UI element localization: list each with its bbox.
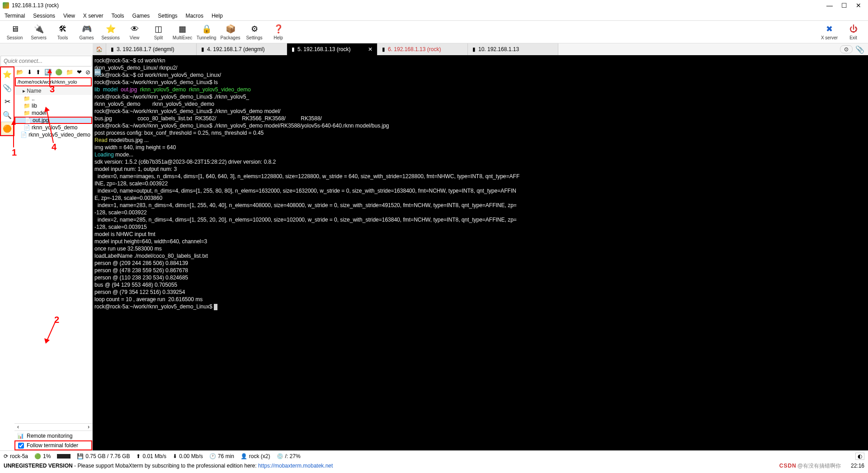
terminal[interactable]: rock@rock-5a:~$ cd work/rknrknn_yolov5_d… — [93, 55, 868, 450]
menu-view[interactable]: View — [63, 13, 75, 19]
session-tab[interactable]: ▮5. 192.168.1.13 (rock)✕ — [287, 43, 377, 55]
status-uptime: 🕐 76 min — [209, 453, 234, 459]
tool-help[interactable]: ❓Help — [268, 24, 288, 40]
session-tab[interactable]: ▮3. 192.168.1.7 (dengml) — [106, 43, 197, 55]
tools-icon: 🛠 — [57, 24, 68, 34]
follow-terminal-checkbox[interactable] — [18, 443, 24, 449]
file-tool-7[interactable]: ⊘ — [85, 69, 90, 76]
file-tree-item[interactable]: 📁model — [14, 109, 92, 117]
tool-tunneling[interactable]: 🔒Tunneling — [196, 24, 217, 40]
sessions-icon: ⭐ — [105, 24, 116, 34]
file-tree-item[interactable]: 📄rknn_yolov5_video_demo — [14, 131, 92, 138]
tunneling-icon: 🔒 — [201, 24, 212, 34]
session-tab[interactable]: ▮6. 192.168.1.13 (rock) — [377, 43, 468, 55]
menubar: TerminalSessionsViewX serverToolsGamesSe… — [0, 11, 868, 21]
sidebar-tab-1[interactable]: 📎 — [1, 81, 14, 95]
tool-multiexec[interactable]: ▦MultiExec — [172, 24, 193, 40]
follow-terminal-label: Follow terminal folder — [27, 442, 78, 449]
status-up: ⬆ 0.01 Mb/s — [136, 453, 166, 459]
tool-view[interactable]: 👁View — [124, 24, 145, 40]
menu-settings[interactable]: Settings — [158, 13, 177, 19]
tabbar: 🏠 ▮3. 192.168.1.7 (dengml)▮4. 192.168.1.… — [0, 43, 868, 55]
file-tool-4[interactable]: 🟢 — [55, 69, 62, 76]
tool-servers[interactable]: 🔌Servers — [28, 24, 49, 40]
remote-monitoring-toggle[interactable]: 📊 Remote monitoring — [14, 430, 92, 440]
tool-sessions[interactable]: ⭐Sessions — [100, 24, 121, 40]
path-input[interactable]: /home/rock/work/rknn_yolo — [15, 77, 92, 86]
file-tool-0[interactable]: 📂 — [16, 69, 24, 76]
x server-icon: ✖ — [824, 24, 835, 34]
servers-icon: 🔌 — [33, 24, 44, 34]
tool-games[interactable]: 🎮Games — [76, 24, 97, 40]
close-tab-icon[interactable]: ✕ — [368, 46, 373, 52]
file-icon: 📄 — [24, 124, 30, 131]
home-tab[interactable]: 🏠 — [93, 43, 106, 55]
sidebar-tab-3[interactable]: 🔍 — [1, 108, 14, 122]
file-tool-2[interactable]: ⬆ — [36, 69, 41, 76]
tool-exit[interactable]: ⏻Exit — [843, 24, 863, 40]
status-host: ⟳ rock-5a — [4, 453, 28, 459]
session-tab[interactable]: ▮4. 192.168.1.7 (dengml) — [197, 43, 287, 55]
file-tool-3[interactable]: 🔄 — [44, 69, 52, 76]
menu-macros[interactable]: Macros — [186, 13, 203, 19]
file-tree-item[interactable]: 📁.. — [14, 95, 92, 102]
tool-settings[interactable]: ⚙Settings — [244, 24, 264, 40]
file-icon: 📄 — [20, 132, 27, 138]
file-tree-item[interactable]: 📄rknn_yolov5_demo — [14, 124, 92, 131]
close-button[interactable]: ✕ — [855, 2, 862, 9]
folder-icon: 📁 — [24, 103, 30, 109]
terminal-icon: ▮ — [472, 46, 476, 52]
status-cpu: 🟢 1% — [34, 453, 51, 459]
menu-tools[interactable]: Tools — [112, 13, 124, 19]
folder-icon: 📁 — [24, 95, 30, 102]
menu-help[interactable]: Help — [212, 13, 223, 19]
attach-icon[interactable]: 📎 — [855, 45, 864, 54]
status-disk: 💿 /: 27% — [277, 453, 301, 459]
sidebar-tab-4[interactable]: 🟠 — [1, 122, 14, 135]
file-tool-1[interactable]: ⬇ — [27, 69, 32, 76]
session-tab[interactable]: ▮10. 192.168.1.13 — [468, 43, 558, 55]
menu-games[interactable]: Games — [132, 13, 150, 19]
maximize-button[interactable]: ☐ — [841, 2, 847, 9]
app-icon — [3, 2, 9, 9]
tool-x-server[interactable]: ✖X server — [819, 24, 840, 40]
file-tool-8[interactable]: 🔤 — [94, 69, 101, 76]
file-tool-5[interactable]: 📁 — [66, 69, 73, 76]
menu-x-server[interactable]: X server — [83, 13, 104, 19]
clock: 22:16 — [851, 463, 864, 469]
tool-split[interactable]: ◫Split — [148, 24, 169, 40]
menu-terminal[interactable]: Terminal — [5, 13, 25, 19]
tab-options-button[interactable]: ⊙ — [840, 45, 853, 53]
file-tree-item[interactable]: 📄out.jpg — [14, 117, 92, 124]
settings-icon: ⚙ — [249, 24, 260, 34]
tool-session[interactable]: 🖥Session — [5, 24, 25, 40]
tool-tools[interactable]: 🛠Tools — [52, 24, 73, 40]
terminal-icon: ▮ — [292, 46, 295, 52]
status-toggle[interactable]: ◐ — [855, 453, 864, 460]
minimize-button[interactable]: — — [826, 2, 833, 9]
quick-connect-input[interactable] — [0, 56, 92, 66]
packages-icon: 📦 — [225, 24, 236, 34]
sidebar-tab-2[interactable]: ✂ — [1, 95, 14, 108]
sidebar-tab-0[interactable]: ⭐ — [1, 67, 14, 81]
menu-sessions[interactable]: Sessions — [33, 13, 55, 19]
tree-header-name: Name — [27, 88, 41, 94]
status-cpu-bar — [57, 454, 71, 459]
file-tree-item[interactable]: 📁lib — [14, 102, 92, 109]
exit-icon: ⏻ — [848, 24, 859, 34]
help-icon: ❓ — [273, 24, 284, 34]
file-tool-6[interactable]: ❤ — [77, 69, 82, 76]
status-user: 👤 rock (x2) — [241, 453, 270, 459]
split-icon: ◫ — [153, 24, 164, 34]
terminal-icon: ▮ — [201, 46, 204, 52]
tool-packages[interactable]: 📦Packages — [220, 24, 241, 40]
session-icon: 🖥 — [9, 24, 20, 34]
folder-icon: 📁 — [24, 110, 30, 116]
mobaxterm-link[interactable]: https://mobaxterm.mobatek.net — [258, 463, 333, 469]
hscrollbar[interactable]: ‹› — [14, 423, 92, 430]
status-down: ⬇ 0.00 Mb/s — [173, 453, 203, 459]
csdn-watermark: CSDN — [779, 463, 797, 469]
status-mem: 💾 0.75 GB / 7.76 GB — [77, 453, 130, 459]
view-icon: 👁 — [129, 24, 140, 34]
file-icon: 📄 — [24, 117, 31, 123]
